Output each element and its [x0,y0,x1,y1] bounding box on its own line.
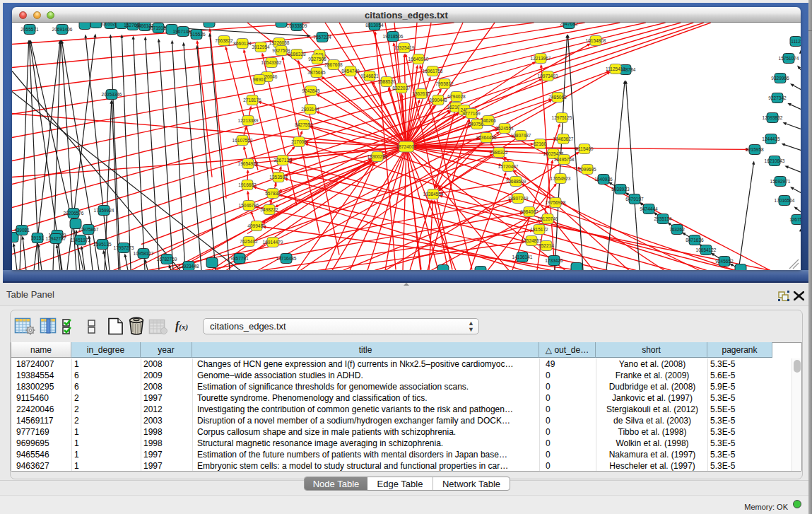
svg-text:16033809: 16033809 [287,23,307,28]
svg-text:12213389: 12213389 [238,118,259,123]
svg-text:9777169: 9777169 [462,111,481,116]
svg-text:10973493: 10973493 [538,74,558,78]
svg-text:15046786: 15046786 [239,203,259,208]
svg-text:7663822: 7663822 [215,38,233,43]
svg-text:8454749: 8454749 [341,69,360,74]
svg-text:20364456: 20364456 [476,135,497,140]
svg-text:8427552: 8427552 [295,122,313,127]
svg-text:15751074: 15751074 [779,56,799,61]
svg-text:12923448: 12923448 [179,264,199,269]
svg-text:217006: 217006 [291,139,307,144]
svg-text:1353594: 1353594 [269,175,288,180]
svg-text:17654923: 17654923 [551,176,571,181]
svg-text:8938923: 8938923 [611,187,630,192]
svg-text:2595135: 2595135 [93,242,112,247]
svg-text:13325419: 13325419 [394,45,415,50]
svg-text:252214: 252214 [539,243,554,248]
svg-text:13716485: 13716485 [276,256,297,261]
svg-text:2055571: 2055571 [20,27,39,32]
svg-text:14136141: 14136141 [512,255,533,259]
svg-text:39151: 39151 [31,235,44,240]
svg-text:5498222: 5498222 [260,207,278,212]
svg-text:2718176: 2718176 [243,98,261,103]
svg-text:7625402: 7625402 [240,239,258,244]
svg-text:17016504: 17016504 [775,198,795,203]
svg-text:11451973: 11451973 [71,238,91,243]
svg-text:8990448: 8990448 [429,98,447,103]
svg-text:13495758: 13495758 [554,157,575,162]
svg-text:6794028: 6794028 [447,94,466,99]
svg-text:10120746: 10120746 [538,216,558,221]
svg-text:746266: 746266 [481,118,496,123]
svg-text:9227342: 9227342 [768,95,787,100]
svg-text:16782759: 16782759 [157,257,177,262]
svg-text:8813054: 8813054 [365,23,384,28]
svg-text:1244415: 1244415 [762,136,780,141]
svg-text:16640910: 16640910 [408,57,429,62]
svg-text:12942737: 12942737 [46,236,66,241]
svg-text:16107552: 16107552 [233,138,253,143]
svg-text:19654928: 19654928 [238,161,259,166]
svg-text:16961758: 16961758 [423,69,443,74]
svg-text:8215958: 8215958 [746,147,764,152]
svg-text:9115460: 9115460 [576,146,594,151]
svg-text:12975125: 12975125 [552,115,572,120]
svg-text:20691406: 20691406 [52,27,73,32]
svg-text:10975867: 10975867 [78,227,99,232]
svg-text:10654122: 10654122 [696,247,717,252]
svg-text:6479197: 6479197 [625,197,644,201]
svg-text:9474444: 9474444 [640,206,658,211]
svg-text:1362615: 1362615 [412,91,430,96]
svg-text:7357224: 7357224 [313,35,331,40]
svg-text:3912954: 3912954 [252,45,270,49]
svg-text:8660124: 8660124 [233,41,252,46]
svg-text:20053346: 20053346 [102,92,122,97]
svg-text:18300295: 18300295 [367,154,388,159]
svg-text:557833: 557833 [265,191,281,196]
svg-text:1733426: 1733426 [545,258,563,263]
svg-text:2047682: 2047682 [560,23,578,26]
svg-text:1916682: 1916682 [238,182,257,187]
svg-text:7955812: 7955812 [435,81,454,86]
svg-text:18807249: 18807249 [508,196,529,201]
svg-text:15720407: 15720407 [498,164,519,169]
svg-text:1640936: 1640936 [594,177,613,182]
svg-text:3624554: 3624554 [495,126,514,131]
svg-text:9099695: 9099695 [578,167,596,172]
svg-text:10688609: 10688609 [506,179,526,184]
svg-text:3875685: 3875685 [307,70,326,75]
svg-text:9329966: 9329966 [771,76,789,81]
svg-text:9146821: 9146821 [360,74,379,78]
svg-text:10154808: 10154808 [586,38,606,43]
svg-text:8322037: 8322037 [392,86,411,90]
svg-text:20206576: 20206576 [64,211,84,216]
svg-text:9242845: 9242845 [302,88,320,93]
svg-text:10807487: 10807487 [511,133,531,138]
svg-text:12093832: 12093832 [763,115,783,120]
svg-text:1588520: 1588520 [377,79,396,84]
svg-text:9984067: 9984067 [520,209,539,214]
svg-text:1112: 1112 [791,39,801,44]
svg-text:10958127: 10958127 [134,251,154,256]
svg-text:12213967: 12213967 [531,56,551,61]
svg-text:19218506: 19218506 [383,34,404,39]
svg-text:2935114: 2935114 [654,216,672,221]
svg-text:9857791: 9857791 [230,256,249,261]
svg-text:62160: 62160 [534,141,546,146]
svg-text:18724007: 18724007 [396,144,417,149]
svg-text:2867608: 2867608 [324,62,343,67]
svg-text:98901: 98901 [253,77,266,82]
svg-text:17359924: 17359924 [94,208,114,213]
svg-text:7986322: 7986322 [490,150,508,155]
svg-text:9245652: 9245652 [715,259,734,264]
svg-text:16914479: 16914479 [263,240,283,245]
svg-text:1815172: 1815172 [530,227,548,232]
svg-text:126753: 126753 [789,217,801,222]
svg-text:763262: 763262 [669,227,685,232]
svg-text:19756928: 19756928 [546,200,566,205]
svg-text:3267130: 3267130 [273,158,292,163]
svg-text:9327508: 9327508 [308,57,326,62]
svg-text:2803144: 2803144 [301,107,319,112]
svg-text:19384554: 19384554 [423,192,444,197]
svg-text:8186328: 8186328 [288,52,306,57]
